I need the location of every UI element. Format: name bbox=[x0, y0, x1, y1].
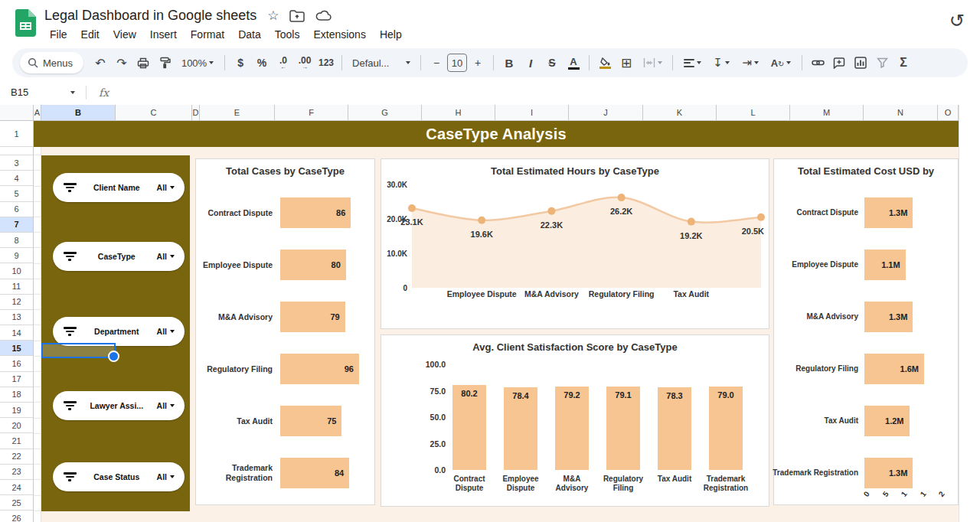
star-icon[interactable]: ☆ bbox=[267, 9, 279, 22]
menu-extensions[interactable]: Extensions bbox=[306, 27, 372, 42]
text-rotate-button[interactable]: A↻ bbox=[766, 53, 796, 73]
format-currency-button[interactable]: $ bbox=[230, 53, 250, 73]
move-folder-icon[interactable] bbox=[289, 10, 305, 22]
text-wrap-button[interactable]: ⇥ bbox=[737, 53, 764, 73]
more-formats-button[interactable]: 123 bbox=[316, 53, 336, 73]
slicer-casetype[interactable]: CaseTypeAll bbox=[53, 242, 185, 271]
zoom-dropdown[interactable]: 100% bbox=[176, 53, 219, 73]
col-header-c[interactable]: C bbox=[116, 105, 192, 121]
select-all-corner[interactable] bbox=[0, 105, 34, 121]
row-header-18[interactable]: 18 bbox=[0, 387, 34, 403]
row-header-3[interactable]: 3 bbox=[0, 155, 34, 171]
sheets-logo-icon[interactable] bbox=[15, 9, 36, 40]
row-header-7[interactable]: 7 bbox=[0, 217, 34, 233]
row-header-26[interactable]: 26 bbox=[0, 511, 34, 522]
cloud-status-icon[interactable] bbox=[315, 10, 332, 22]
slicer-client-name[interactable]: Client NameAll bbox=[53, 173, 185, 202]
col-header-e[interactable]: E bbox=[200, 105, 275, 121]
row-header-17[interactable]: 17 bbox=[0, 372, 34, 387]
col-header-j[interactable]: J bbox=[569, 105, 643, 121]
merge-cells-button[interactable] bbox=[638, 53, 667, 73]
strikethrough-button[interactable]: S bbox=[542, 53, 562, 73]
row-header-2[interactable] bbox=[0, 147, 34, 155]
fill-color-button[interactable] bbox=[595, 53, 615, 73]
row-header-9[interactable]: 9 bbox=[0, 248, 34, 263]
slicer-department[interactable]: DepartmentAll bbox=[53, 317, 185, 346]
col-header-g[interactable]: G bbox=[348, 105, 422, 121]
row-header-22[interactable]: 22 bbox=[0, 449, 34, 465]
row-header-20[interactable]: 20 bbox=[0, 418, 34, 433]
row-header-4[interactable]: 4 bbox=[0, 171, 34, 186]
document-title[interactable]: Legal Dashboard in Google sheets bbox=[44, 8, 256, 24]
menu-format[interactable]: Format bbox=[184, 27, 231, 42]
row-header-24[interactable]: 24 bbox=[0, 480, 34, 495]
column-a-cells[interactable] bbox=[34, 147, 41, 522]
col-header-a[interactable]: A bbox=[34, 105, 41, 121]
version-history-icon[interactable]: ↺ bbox=[949, 10, 965, 31]
slicer-value[interactable]: All bbox=[157, 183, 175, 192]
slicer-case-status[interactable]: Case StatusAll bbox=[53, 462, 185, 491]
chart-total-cases[interactable]: Total Cases by CaseType Contract Dispute… bbox=[195, 158, 375, 505]
increase-font-size-button[interactable]: + bbox=[468, 53, 488, 73]
slicer-value[interactable]: All bbox=[157, 401, 175, 410]
redo-button[interactable]: ↷ bbox=[112, 53, 132, 73]
paint-format-button[interactable] bbox=[155, 53, 175, 73]
slicer-value[interactable]: All bbox=[157, 472, 175, 481]
menu-view[interactable]: View bbox=[106, 27, 143, 42]
menu-data[interactable]: Data bbox=[231, 27, 268, 42]
col-header-h[interactable]: H bbox=[422, 105, 495, 121]
col-header-b[interactable]: B bbox=[41, 105, 116, 121]
col-header-d[interactable]: D bbox=[192, 105, 200, 121]
col-header-n[interactable]: N bbox=[864, 105, 938, 121]
row-header-8[interactable]: 8 bbox=[0, 233, 34, 248]
undo-button[interactable]: ↶ bbox=[90, 53, 110, 73]
sheet-area[interactable]: CaseType Analysis Client NameAllCaseType… bbox=[34, 121, 959, 522]
selection-fill-handle[interactable] bbox=[108, 351, 119, 362]
row-header-21[interactable]: 21 bbox=[0, 433, 34, 449]
decrease-font-size-button[interactable]: − bbox=[426, 53, 446, 73]
menu-tools[interactable]: Tools bbox=[268, 27, 307, 42]
col-header-m[interactable]: M bbox=[790, 105, 864, 121]
slicer-value[interactable]: All bbox=[157, 252, 175, 261]
slicer-value[interactable]: All bbox=[157, 327, 175, 336]
col-header-k[interactable]: K bbox=[643, 105, 717, 121]
row-header-6[interactable]: 6 bbox=[0, 202, 34, 217]
increase-decimal-button[interactable]: .00→ bbox=[295, 53, 315, 73]
row-header-5[interactable]: 5 bbox=[0, 186, 34, 201]
text-color-button[interactable]: A bbox=[564, 53, 583, 73]
chart-estimated-hours[interactable]: Total Estimated Hours by CaseType 30.0K2… bbox=[381, 158, 769, 329]
vertical-align-button[interactable]: ↧ bbox=[707, 53, 735, 73]
row-header-16[interactable]: 16 bbox=[0, 356, 34, 371]
menu-file[interactable]: File bbox=[43, 27, 74, 42]
insert-comment-button[interactable] bbox=[829, 53, 849, 73]
col-header-l[interactable]: L bbox=[717, 105, 790, 121]
insert-link-button[interactable] bbox=[808, 53, 828, 73]
search-menus-button[interactable]: Menus bbox=[20, 52, 83, 73]
menu-insert[interactable]: Insert bbox=[143, 27, 184, 42]
row-header-10[interactable]: 10 bbox=[0, 263, 34, 279]
decrease-decimal-button[interactable]: .0← bbox=[273, 53, 293, 73]
row-header-14[interactable]: 14 bbox=[0, 325, 34, 341]
col-header-i[interactable]: I bbox=[495, 105, 569, 121]
row-header-13[interactable]: 13 bbox=[0, 310, 34, 325]
create-filter-button[interactable] bbox=[872, 53, 892, 73]
italic-button[interactable]: I bbox=[521, 53, 541, 73]
col-header-f[interactable]: F bbox=[275, 105, 348, 121]
horizontal-align-button[interactable] bbox=[678, 53, 706, 73]
row-header-19[interactable]: 19 bbox=[0, 403, 34, 418]
print-button[interactable] bbox=[133, 53, 153, 73]
font-family-dropdown[interactable]: Defaul... bbox=[348, 53, 415, 73]
row-header-1[interactable]: 1 bbox=[0, 121, 34, 147]
menu-edit[interactable]: Edit bbox=[74, 27, 106, 42]
borders-button[interactable]: ⊞ bbox=[616, 53, 636, 73]
row-header-23[interactable]: 23 bbox=[0, 465, 34, 480]
menu-help[interactable]: Help bbox=[373, 27, 409, 42]
slicer-lawyer-assi[interactable]: Lawyer Assi...All bbox=[53, 391, 185, 420]
col-header-o[interactable]: O bbox=[938, 105, 959, 121]
name-box[interactable]: B15 bbox=[0, 86, 81, 98]
bold-button[interactable]: B bbox=[499, 53, 519, 73]
chart-satisfaction-score[interactable]: Avg. Client Satisfaction Score by CaseTy… bbox=[381, 334, 769, 507]
row-header-12[interactable]: 12 bbox=[0, 295, 34, 310]
font-size-input[interactable]: 10 bbox=[447, 54, 467, 72]
chart-estimated-cost[interactable]: Total Estimated Cost USD by Contract Dis… bbox=[773, 158, 959, 505]
